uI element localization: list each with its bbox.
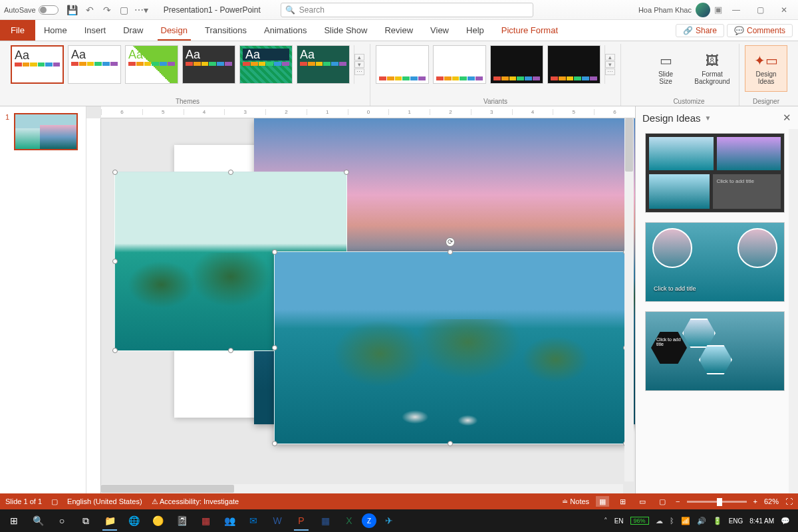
- close-button[interactable]: ✕: [774, 5, 794, 15]
- design-idea-2[interactable]: Click to add title: [645, 222, 785, 302]
- app-icon[interactable]: ▦: [314, 511, 336, 531]
- minimize-button[interactable]: —: [726, 5, 746, 15]
- taskbar-chevron-icon[interactable]: ˄: [604, 517, 608, 525]
- taskbar-search-icon[interactable]: 🔍: [27, 511, 49, 531]
- resize-handle[interactable]: [272, 441, 277, 446]
- notifications-icon[interactable]: 💬: [781, 517, 790, 525]
- edge-icon[interactable]: 🌐: [122, 511, 145, 531]
- redo-icon[interactable]: ↷: [100, 3, 114, 17]
- design-idea-3[interactable]: Click to add title: [645, 311, 785, 391]
- taskbar-lang-full[interactable]: ENG: [729, 517, 743, 525]
- resize-handle[interactable]: [272, 249, 277, 255]
- resize-handle[interactable]: [112, 348, 118, 353]
- zoom-out-button[interactable]: −: [676, 497, 680, 505]
- resize-handle[interactable]: [344, 170, 349, 175]
- scrollbar-thumb[interactable]: [101, 485, 234, 493]
- excel-icon[interactable]: X: [338, 511, 360, 531]
- themes-gallery-more[interactable]: ▴▾⋯: [354, 45, 364, 84]
- sorter-view-icon[interactable]: ⊞: [616, 496, 629, 507]
- outlook-icon[interactable]: ✉: [242, 511, 265, 531]
- design-ideas-button[interactable]: ✦▭Design Ideas: [745, 45, 787, 92]
- slide-size-button[interactable]: ▭Slide Size: [644, 45, 687, 92]
- onedrive-icon[interactable]: ☁: [656, 517, 663, 525]
- maximize-button[interactable]: ▢: [750, 5, 770, 15]
- tab-file[interactable]: File: [0, 20, 35, 41]
- spellcheck-icon[interactable]: ▢: [51, 497, 58, 506]
- variant-thumb-4[interactable]: [547, 45, 600, 84]
- horizontal-ruler[interactable]: 6543210123456: [101, 106, 635, 118]
- wifi-icon[interactable]: 📶: [681, 517, 690, 525]
- resize-handle[interactable]: [112, 259, 118, 264]
- share-button[interactable]: 🔗Share: [676, 24, 724, 37]
- rotate-handle[interactable]: ⟳: [446, 237, 455, 247]
- start-from-beginning-icon[interactable]: ▢: [117, 3, 132, 17]
- comments-button[interactable]: 💬Comments: [727, 24, 793, 37]
- zoom-slider[interactable]: [687, 501, 747, 503]
- save-icon[interactable]: 💾: [65, 3, 80, 17]
- word-icon[interactable]: W: [266, 511, 289, 531]
- resize-handle[interactable]: [228, 170, 233, 175]
- resize-handle[interactable]: [448, 441, 453, 446]
- autosave-toggle[interactable]: [39, 5, 59, 15]
- pane-close-icon[interactable]: ✕: [783, 112, 791, 124]
- theme-thumb-5[interactable]: Aa: [239, 45, 293, 84]
- cortana-icon[interactable]: ○: [51, 511, 73, 531]
- fit-to-window-icon[interactable]: ⛶: [785, 497, 793, 505]
- theme-thumb-6[interactable]: Aa: [297, 45, 350, 84]
- tab-help[interactable]: Help: [458, 20, 493, 41]
- language-status[interactable]: English (United States): [67, 497, 142, 505]
- resize-handle[interactable]: [228, 348, 233, 353]
- zalo-icon[interactable]: Z: [362, 513, 376, 528]
- slide-thumbnail-1[interactable]: [14, 113, 78, 150]
- tab-insert[interactable]: Insert: [76, 20, 115, 41]
- avatar[interactable]: [696, 3, 710, 17]
- taskbar-clock[interactable]: 8:41 AM: [749, 517, 774, 525]
- teams-icon[interactable]: 👥: [218, 511, 241, 531]
- slide-count[interactable]: Slide 1 of 1: [5, 497, 42, 505]
- horizontal-scrollbar[interactable]: [101, 484, 623, 493]
- picture-front-selected[interactable]: ⟳: [274, 251, 626, 444]
- resize-handle[interactable]: [272, 345, 277, 350]
- reading-view-icon[interactable]: ▭: [636, 496, 649, 507]
- canvas-area[interactable]: ⟳: [101, 118, 635, 493]
- variants-gallery-more[interactable]: ▴▾⋯: [604, 45, 615, 84]
- tab-draw[interactable]: Draw: [114, 20, 152, 41]
- zoom-in-button[interactable]: +: [753, 497, 757, 505]
- tab-home[interactable]: Home: [35, 20, 76, 41]
- bluetooth-icon[interactable]: ᛒ: [670, 517, 674, 525]
- notes-button[interactable]: ≐ Notes: [562, 497, 589, 506]
- pane-scrollbar[interactable]: [789, 129, 798, 493]
- tab-review[interactable]: Review: [376, 20, 422, 41]
- normal-view-icon[interactable]: ▦: [596, 496, 609, 507]
- resize-handle[interactable]: [112, 170, 118, 175]
- user-name[interactable]: Hoa Pham Khac: [638, 6, 692, 14]
- accessibility-status[interactable]: ⚠ Accessibility: Investigate: [152, 497, 239, 506]
- app-icon[interactable]: ▦: [194, 511, 217, 531]
- tab-design[interactable]: Design: [152, 20, 196, 41]
- qat-more-icon[interactable]: ⋯▾: [134, 3, 149, 17]
- battery-status[interactable]: 96%: [630, 517, 649, 525]
- theme-thumb-1[interactable]: Aa: [11, 45, 64, 84]
- file-explorer-icon[interactable]: 📁: [98, 511, 121, 531]
- design-ideas-list[interactable]: Click to add title Click to add title Cl…: [636, 129, 789, 493]
- variant-thumb-3[interactable]: [490, 45, 543, 84]
- undo-icon[interactable]: ↶: [82, 3, 97, 17]
- tab-transitions[interactable]: Transitions: [196, 20, 255, 41]
- search-input[interactable]: 🔍 Search: [281, 3, 533, 17]
- ribbon-display-options-icon[interactable]: ▣: [714, 5, 722, 15]
- battery-icon[interactable]: 🔋: [713, 517, 722, 525]
- telegram-icon[interactable]: ✈: [378, 511, 400, 531]
- vertical-scrollbar[interactable]: [624, 118, 634, 481]
- onenote-icon[interactable]: 📓: [170, 511, 193, 531]
- task-view-icon[interactable]: ⧉: [74, 511, 97, 531]
- tab-view[interactable]: View: [422, 20, 458, 41]
- format-background-button[interactable]: 🖼Format Background: [691, 45, 733, 92]
- resize-handle[interactable]: [448, 249, 453, 255]
- pane-options-icon[interactable]: ▼: [705, 114, 712, 122]
- slideshow-view-icon[interactable]: ▢: [656, 496, 669, 507]
- scrollbar-thumb[interactable]: [625, 118, 633, 172]
- tab-picture-format[interactable]: Picture Format: [493, 20, 567, 41]
- powerpoint-icon[interactable]: P: [290, 511, 313, 531]
- taskbar-lang-short[interactable]: EN: [614, 517, 624, 525]
- theme-thumb-2[interactable]: Aa: [68, 45, 121, 84]
